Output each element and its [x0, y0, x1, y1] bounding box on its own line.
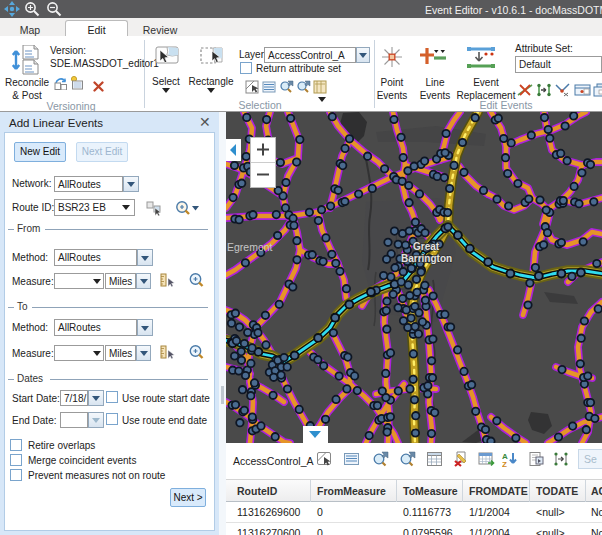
svg-text:Egremont: Egremont [227, 241, 273, 253]
svg-text:Barrington: Barrington [401, 253, 452, 264]
svg-text:Great: Great [413, 241, 440, 252]
svg-text:Z: Z [502, 460, 507, 468]
